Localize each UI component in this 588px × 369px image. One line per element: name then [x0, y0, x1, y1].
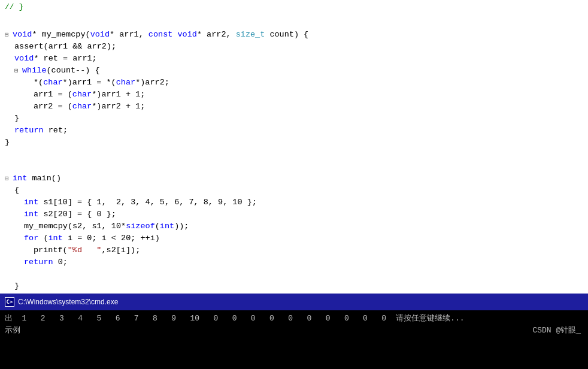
- code-content: ⊟void* my_memcpy(void* arr1, const void*…: [0, 14, 588, 294]
- line-blank1: [5, 17, 588, 29]
- cmd-output-line1: 出 1 2 3 4 5 6 7 8 9 10 0 0 0 0 0 0 0 0 0…: [5, 313, 583, 325]
- line-arr2-inc: arr2 = (char*)arr2 + 1;: [5, 101, 588, 113]
- line-close-main: }: [5, 280, 588, 292]
- line-printf: printf("%d ",s2[i]);: [5, 244, 588, 256]
- top-comment: // }: [0, 0, 588, 14]
- cmd-line2-right: CSDN @针眼_: [532, 325, 581, 337]
- line-blank4: [5, 268, 588, 280]
- line-blank3: [5, 161, 588, 173]
- cmd-output: 出 1 2 3 4 5 6 7 8 9 10 0 0 0 0 0 0 0 0 0…: [0, 310, 588, 369]
- cmd-title: C:\Windows\system32\cmd.exe: [18, 298, 118, 306]
- line-while: ⊟while(count--) {: [5, 65, 588, 77]
- line-main-sig: ⊟int main(): [5, 173, 588, 184]
- line-return0: return 0;: [5, 256, 588, 268]
- collapse-main[interactable]: ⊟: [5, 173, 12, 184]
- cmd-continue-note: 请按任意键继续...: [396, 313, 464, 325]
- line-assert: assert(arr1 && arr2);: [5, 41, 588, 53]
- cmd-line2-left: 示例: [5, 325, 20, 337]
- line-close-func: }: [5, 137, 588, 149]
- line-deref: *(char*)arr1 = *(char*)arr2;: [5, 77, 588, 89]
- line-memcpy-call: my_memcpy(s2, s1, 10*sizeof(int));: [5, 220, 588, 232]
- cmd-icon-label: C>: [7, 299, 13, 305]
- cmd-titlebar: C> C:\Windows\system32\cmd.exe: [0, 294, 588, 310]
- cmd-icon: C>: [5, 297, 14, 307]
- line-func-sig: ⊟void* my_memcpy(void* arr1, const void*…: [5, 29, 588, 41]
- cmd-output-line2: 示例 CSDN @针眼_: [5, 325, 583, 337]
- line-for-loop: for (int i = 0; i < 20; ++i): [5, 232, 588, 244]
- line-arr1-inc: arr1 = (char*)arr1 + 1;: [5, 89, 588, 101]
- line-s2-decl: int s2[20] = { 0 };: [5, 208, 588, 220]
- line-void-ret: void* ret = arr1;: [5, 53, 588, 65]
- line-blank2: [5, 149, 588, 161]
- collapse-func[interactable]: ⊟: [5, 29, 12, 41]
- cmd-numbers: 出 1 2 3 4 5 6 7 8 9 10 0 0 0 0 0 0 0 0 0…: [5, 313, 386, 325]
- line-close-while: }: [5, 113, 588, 125]
- line-s1-decl: int s1[10] = { 1, 2, 3, 4, 5, 6, 7, 8, 9…: [5, 196, 588, 208]
- line-open-main: {: [5, 184, 588, 196]
- code-editor: // } ⊟void* my_memcpy(void* arr1, const …: [0, 0, 588, 294]
- collapse-while[interactable]: ⊟: [14, 65, 22, 77]
- line-return-ret: return ret;: [5, 125, 588, 137]
